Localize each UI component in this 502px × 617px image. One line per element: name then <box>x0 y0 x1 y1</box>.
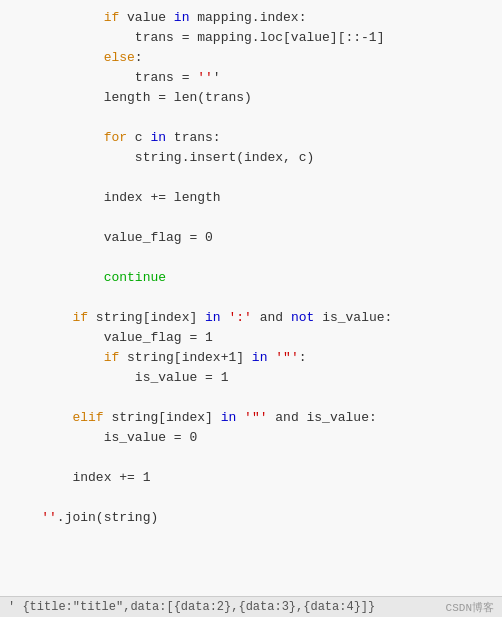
code-text: length = len(trans) <box>104 88 252 108</box>
keyword-and2: and <box>275 408 298 428</box>
string-literal: '' <box>41 508 57 528</box>
code-text: value <box>119 8 174 28</box>
code-text <box>268 408 276 428</box>
code-line: value_flag = 0 <box>0 228 502 248</box>
code-line: else: <box>0 48 502 68</box>
indent <box>10 48 104 68</box>
code-text: is_value: <box>314 308 392 328</box>
code-text: : <box>299 348 307 368</box>
code-line-blank <box>0 248 502 268</box>
keyword-if: if <box>104 8 120 28</box>
code-line: index += 1 <box>0 468 502 488</box>
code-text: .join(string) <box>57 508 158 528</box>
keyword-if: if <box>104 348 120 368</box>
bottom-bar: ' {title:"title",data:[{data:2},{data:3}… <box>0 596 502 617</box>
string-literal: '"' <box>244 408 267 428</box>
code-text <box>221 308 229 328</box>
keyword-if: if <box>72 308 88 328</box>
code-line: trans = mapping.loc[value][::-1] <box>0 28 502 48</box>
indent <box>10 428 104 448</box>
indent <box>10 468 72 488</box>
code-text: value_flag = 0 <box>104 228 213 248</box>
keyword-in: in <box>150 128 166 148</box>
code-text: string[index] <box>88 308 205 328</box>
code-line-blank <box>0 488 502 508</box>
code-line-blank <box>0 528 502 548</box>
code-line: ''.join(string) <box>0 508 502 528</box>
indent <box>10 408 72 428</box>
indent <box>10 228 104 248</box>
keyword-in: in <box>205 308 221 328</box>
indent <box>10 508 41 528</box>
keyword-not: not <box>291 308 314 328</box>
indent <box>10 188 104 208</box>
keyword-in: in <box>221 408 237 428</box>
code-line: continue <box>0 268 502 288</box>
indent <box>10 368 135 388</box>
keyword-and: and <box>260 308 283 328</box>
code-container: if value in mapping.index: trans = mappi… <box>0 0 502 617</box>
indent <box>10 88 104 108</box>
code-line: length = len(trans) <box>0 88 502 108</box>
code-line: if value in mapping.index: <box>0 8 502 28</box>
string-literal: '' <box>197 68 213 88</box>
code-text: mapping.index: <box>189 8 306 28</box>
code-line: value_flag = 1 <box>0 328 502 348</box>
code-line-blank <box>0 168 502 188</box>
keyword-in: in <box>252 348 268 368</box>
indent <box>10 148 135 168</box>
indent <box>10 268 104 288</box>
code-text: trans: <box>166 128 221 148</box>
code-line: elif string[index] in '"' and is_value: <box>0 408 502 428</box>
code-text: ' <box>213 68 221 88</box>
code-line: string.insert(index, c) <box>0 148 502 168</box>
code-text: trans = mapping.loc[value][::-1] <box>135 28 385 48</box>
code-line: if string[index] in ':' and not is_value… <box>0 308 502 328</box>
code-text: index += length <box>104 188 221 208</box>
keyword-continue: continue <box>104 268 166 288</box>
code-text: string.insert(index, c) <box>135 148 314 168</box>
code-line-blank <box>0 208 502 228</box>
code-line-blank <box>0 288 502 308</box>
code-line-blank <box>0 388 502 408</box>
indent <box>10 68 135 88</box>
indent <box>10 308 72 328</box>
indent <box>10 328 104 348</box>
code-line: for c in trans: <box>0 128 502 148</box>
code-text: index += 1 <box>72 468 150 488</box>
code-line: trans = ''' <box>0 68 502 88</box>
bottom-text: ' {title:"title",data:[{data:2},{data:3}… <box>8 600 375 614</box>
code-text: string[index] <box>104 408 221 428</box>
code-line-blank <box>0 448 502 468</box>
keyword-in: in <box>174 8 190 28</box>
indent <box>10 28 135 48</box>
code-text: is_value = 1 <box>135 368 229 388</box>
code-text <box>283 308 291 328</box>
string-literal: '"' <box>275 348 298 368</box>
code-text: value_flag = 1 <box>104 328 213 348</box>
keyword-elif: elif <box>72 408 103 428</box>
code-text: is_value = 0 <box>104 428 198 448</box>
code-line: index += length <box>0 188 502 208</box>
indent <box>10 128 104 148</box>
code-text: : <box>135 48 143 68</box>
code-line: is_value = 1 <box>0 368 502 388</box>
code-text: string[index+1] <box>119 348 252 368</box>
indent <box>10 348 104 368</box>
code-text <box>267 348 275 368</box>
code-line: is_value = 0 <box>0 428 502 448</box>
code-text: is_value: <box>299 408 377 428</box>
string-literal: ':' <box>228 308 251 328</box>
keyword-for: for <box>104 128 127 148</box>
code-text: c <box>127 128 150 148</box>
code-line-blank <box>0 108 502 128</box>
code-line: if string[index+1] in '"': <box>0 348 502 368</box>
code-text: trans = <box>135 68 197 88</box>
code-text <box>236 408 244 428</box>
watermark: CSDN博客 <box>446 600 494 615</box>
indent <box>10 8 104 28</box>
code-text <box>252 308 260 328</box>
keyword-else: else <box>104 48 135 68</box>
